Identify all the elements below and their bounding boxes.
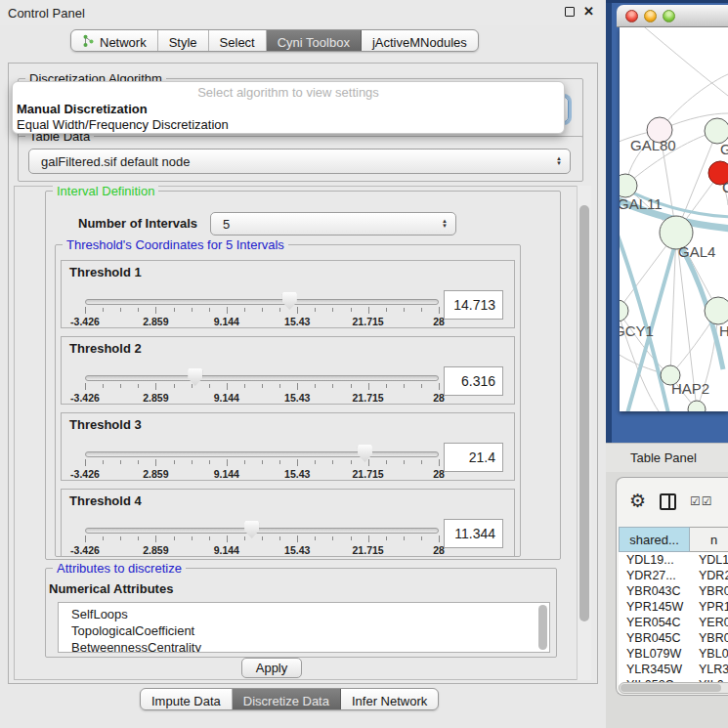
mode-tab-impute-data[interactable]: Impute Data [141, 689, 233, 709]
mode-tab-discretize-data[interactable]: Discretize Data [233, 689, 341, 709]
table-row[interactable]: YDR27...YDR2 [619, 568, 728, 583]
table-row[interactable]: YBL079WYBL0 [619, 646, 728, 662]
slider-tick [138, 536, 139, 540]
slider-tick-label: 2.859 [143, 468, 168, 480]
minimize-traffic-light-icon[interactable] [644, 10, 657, 22]
table-row[interactable]: YLR345WYLR3 [619, 662, 728, 677]
close-icon[interactable]: ✕ [583, 6, 594, 18]
slider-tick [227, 535, 228, 542]
threshold-slider[interactable]: -3.4262.8599.14415.4321.71528 [85, 519, 439, 558]
slider-tick [120, 308, 121, 312]
slider-tick [209, 384, 210, 388]
network-nodes [620, 117, 728, 411]
horizontal-scrollbar-thumb[interactable] [621, 684, 721, 692]
slider-thumb[interactable] [244, 521, 259, 538]
tab-label: Style [169, 35, 197, 50]
slider-thumb[interactable] [358, 445, 372, 462]
slider-tick [174, 536, 175, 540]
table-cell: YLR345W [619, 662, 690, 677]
network-canvas[interactable]: GAL80GACGAL11GAL4GCY1HHAP2 [620, 27, 728, 411]
table-cell: YDL1 [690, 552, 728, 568]
vertical-scrollbar[interactable] [577, 186, 591, 680]
slider-tick [209, 460, 210, 464]
slider-track[interactable] [85, 451, 439, 457]
attribute-item-selfloops[interactable]: SelfLoops [71, 606, 549, 622]
close-traffic-light-icon[interactable] [625, 10, 638, 22]
select-columns-icons[interactable]: ☑☑ [690, 494, 713, 508]
network-node-gcy1[interactable] [620, 300, 628, 321]
slider-thumb[interactable] [282, 292, 297, 310]
table-row[interactable]: YDL19...YDL1 [619, 552, 728, 568]
slider-track[interactable] [85, 528, 439, 534]
threshold-slider[interactable]: -3.4262.8599.14415.4321.71528 [85, 290, 439, 329]
list-scrollbar[interactable] [538, 605, 547, 650]
dropdown-option-equal-width-frequency[interactable]: Equal Width/Frequency Discretization [13, 116, 564, 132]
mode-tab-infer-network[interactable]: Infer Network [341, 689, 438, 709]
table-row[interactable]: YPR145WYPR1 [619, 599, 728, 615]
tab-label: Cyni Toolbox [278, 35, 350, 50]
attribute-item-topologicalcoefficient[interactable]: TopologicalCoefficient [71, 622, 549, 639]
horizontal-scrollbar[interactable] [619, 682, 728, 694]
slider-tick [404, 536, 405, 540]
window-frame-edge [606, 0, 612, 443]
apply-button[interactable]: Apply [241, 658, 302, 678]
slider-tick [227, 383, 228, 390]
threshold-value-field[interactable]: 21.4 [444, 443, 503, 472]
tab-select[interactable]: Select [209, 30, 267, 51]
slider-tick-label: -3.426 [70, 544, 100, 556]
slider-tick [262, 460, 263, 464]
columns-icon[interactable] [660, 493, 676, 510]
slider-tick [297, 459, 298, 466]
node-table: shared...n YDL19...YDL1YDR27...YDR2YBR04… [619, 527, 728, 685]
slider-track[interactable] [85, 299, 439, 305]
float-icon[interactable] [565, 7, 575, 17]
table-cell: YBR0 [690, 583, 728, 599]
threshold-slider[interactable]: -3.4262.8599.14415.4321.71528 [85, 443, 439, 482]
table-cell: YDL19... [619, 552, 690, 568]
tab-jactivemnodules[interactable]: jActiveMNodules [362, 30, 478, 51]
slider-tick [404, 384, 405, 388]
threshold-value-field[interactable]: 11.344 [444, 519, 503, 548]
network-node-h[interactable] [705, 297, 728, 324]
table-data-combobox[interactable]: galFiltered.sif default node ▲▼ [28, 149, 571, 174]
slider-track[interactable] [85, 375, 439, 381]
slider-tick-label: 21.715 [353, 392, 384, 404]
slider-tick [386, 536, 387, 540]
table-column-header[interactable]: n [690, 527, 728, 552]
slider-tick [439, 535, 440, 542]
vertical-scrollbar-thumb[interactable] [579, 205, 589, 621]
network-window-titlebar[interactable] [617, 5, 728, 27]
slider-tick [368, 307, 369, 314]
numerical-attributes-list[interactable]: SelfLoopsTopologicalCoefficientBetweenne… [58, 602, 550, 653]
table-row[interactable]: YBR045CYBR0 [619, 630, 728, 646]
slider-tick [439, 459, 440, 466]
slider-tick [332, 536, 333, 540]
tab-label: Select [220, 35, 255, 50]
tab-cyni-toolbox[interactable]: Cyni Toolbox [267, 30, 362, 51]
tab-style[interactable]: Style [158, 30, 209, 51]
attribute-item-betweennesscentrality[interactable]: BetweennessCentrality [71, 639, 549, 653]
slider-tick [174, 460, 175, 464]
table-toolbar: ⚙ ☑☑ [617, 488, 728, 515]
network-window[interactable]: GAL80GACGAL11GAL4GCY1HHAP2 [606, 0, 728, 443]
node-label: GA [720, 141, 728, 157]
threshold-value-field[interactable]: 6.316 [444, 366, 503, 396]
maximize-traffic-light-icon[interactable] [663, 10, 675, 22]
threshold-slider[interactable]: -3.4262.8599.14415.4321.71528 [85, 366, 439, 406]
tab-network[interactable]: Network [71, 30, 158, 51]
dropdown-option-manual-discretization[interactable]: Manual Discretization [13, 101, 564, 116]
slider-tick [439, 383, 440, 390]
num-intervals-combobox[interactable]: 5 ▲▼ [210, 212, 456, 236]
gear-icon[interactable]: ⚙ [629, 492, 646, 511]
slider-tick [174, 308, 175, 312]
slider-tick-label: 15.43 [284, 316, 310, 327]
table-panel-inner: ⚙ ☑☑ shared...n YDL19...YDL1YDR27...YDR2… [616, 477, 728, 696]
table-data-group: Table Data galFiltered.sif default node … [18, 136, 583, 182]
table-column-header[interactable]: shared... [619, 527, 690, 552]
table-cell: YBL079W [619, 646, 690, 662]
slider-thumb[interactable] [188, 368, 202, 386]
table-cell: YPR1 [690, 599, 728, 615]
table-row[interactable]: YER054CYER0 [619, 615, 728, 630]
table-row[interactable]: YBR043CYBR0 [619, 583, 728, 599]
threshold-value-field[interactable]: 14.713 [444, 290, 503, 320]
